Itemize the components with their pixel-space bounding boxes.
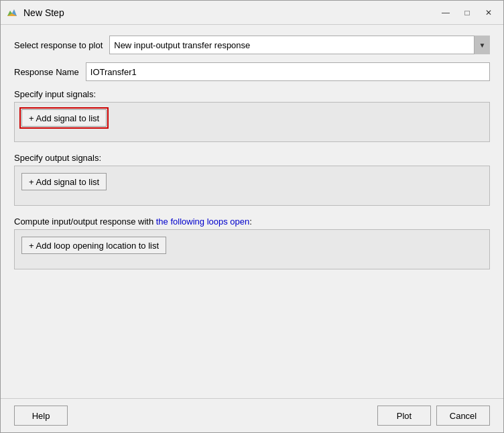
loop-opening-section: Compute input/output response with the f… — [14, 216, 490, 269]
add-input-signal-button[interactable]: + Add signal to list — [21, 109, 107, 127]
add-loop-opening-button[interactable]: + Add loop opening location to list — [21, 237, 166, 254]
loop-opening-box: + Add loop opening location to list — [14, 229, 490, 269]
input-signals-box: + Add signal to list — [14, 102, 490, 142]
footer-right-buttons: Plot Cancel — [377, 406, 490, 426]
window-controls: — □ ✕ — [436, 5, 498, 21]
compute-label: Compute input/output response with the f… — [14, 216, 490, 227]
input-signals-section: Specify input signals: + Add signal to l… — [14, 89, 490, 142]
add-output-signal-button[interactable]: + Add signal to list — [21, 173, 107, 190]
compute-label-text2: : — [249, 216, 252, 227]
response-name-label: Response Name — [14, 67, 79, 77]
minimize-button[interactable]: — — [436, 5, 455, 21]
select-response-wrapper: New input-output transfer response New s… — [109, 36, 490, 54]
close-button[interactable]: ✕ — [479, 5, 498, 21]
output-signals-label: Specify output signals: — [14, 153, 490, 163]
matlab-icon — [6, 7, 18, 19]
compute-label-text1: Compute input/output response with — [14, 216, 156, 227]
output-signals-section: Specify output signals: + Add signal to … — [14, 153, 490, 206]
dialog-content: Select response to plot New input-output… — [1, 25, 503, 398]
select-response-label: Select response to plot — [14, 40, 103, 50]
output-signals-box: + Add signal to list — [14, 166, 490, 206]
compute-label-blue: the following loops open — [156, 216, 250, 227]
dialog-footer: Help Plot Cancel — [1, 398, 503, 432]
maximize-button[interactable]: □ — [458, 5, 477, 21]
title-bar-left: New Step — [6, 7, 64, 19]
select-response-dropdown[interactable]: New input-output transfer response New s… — [109, 36, 490, 54]
cancel-button[interactable]: Cancel — [436, 406, 490, 426]
select-response-row: Select response to plot New input-output… — [14, 36, 490, 54]
help-button[interactable]: Help — [14, 406, 68, 426]
title-bar: New Step — □ ✕ — [1, 1, 503, 25]
plot-button[interactable]: Plot — [377, 406, 431, 426]
response-name-input[interactable] — [86, 62, 490, 81]
response-name-row: Response Name — [14, 62, 490, 81]
input-signals-label: Specify input signals: — [14, 89, 490, 99]
window-title: New Step — [23, 7, 64, 18]
main-window: New Step — □ ✕ Select response to plot N… — [0, 0, 504, 433]
